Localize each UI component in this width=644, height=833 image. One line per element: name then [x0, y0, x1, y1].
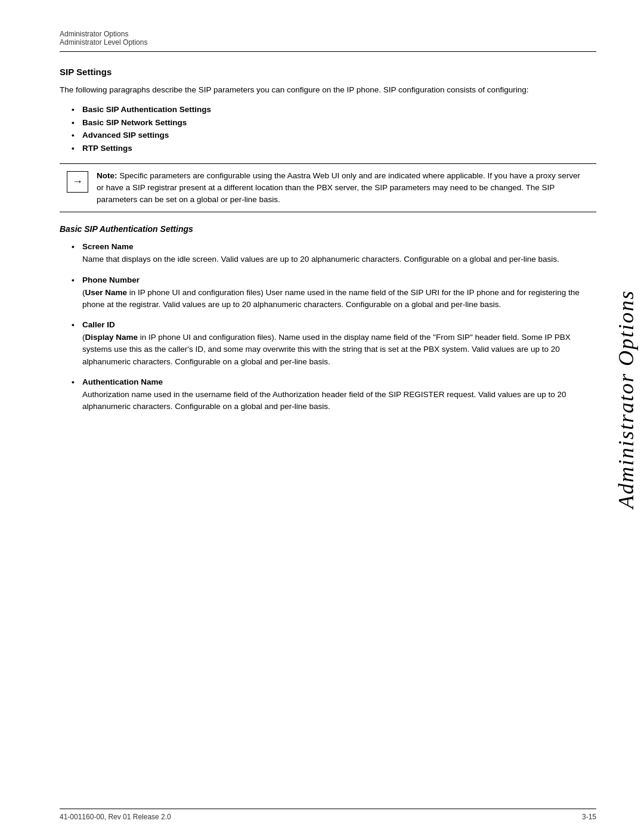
- page-footer: 41-001160-00, Rev 01 Release 2.0 3-15: [60, 809, 596, 821]
- arrow-symbol: →: [72, 175, 83, 188]
- bullet-item-3: RTP Settings: [72, 142, 596, 155]
- note-arrow-icon: →: [67, 171, 88, 193]
- detail-auth-name: Authentication Name Authorization name u…: [72, 377, 596, 413]
- screen-name-header: Screen Name: [72, 242, 596, 251]
- note-body: Specific parameters are configurable usi…: [97, 171, 580, 205]
- sidebar-label: Administrator Options: [614, 290, 639, 509]
- auth-name-body: Authorization name used in the username …: [82, 389, 596, 413]
- caller-id-header: Caller ID: [72, 320, 596, 329]
- note-label: Note:: [97, 171, 117, 180]
- page-container: Administrator Options Administrator Opti…: [0, 0, 644, 833]
- bullet-item-2: Advanced SIP settings: [72, 129, 596, 142]
- footer-right-text: 3-15: [582, 813, 596, 821]
- sip-bullet-list: Basic SIP Authentication Settings Basic …: [72, 103, 596, 154]
- sidebar-rotated-text: Administrator Options: [608, 0, 644, 799]
- basic-sip-auth-heading: Basic SIP Authentication Settings: [60, 224, 596, 234]
- breadcrumb-line1: Administrator Options: [60, 30, 596, 38]
- note-text-content: Note: Specific parameters are configurab…: [97, 170, 589, 206]
- sip-settings-heading: SIP Settings: [60, 67, 596, 77]
- footer-left-text: 41-001160-00, Rev 01 Release 2.0: [60, 813, 171, 821]
- sip-settings-intro: The following paragraphs describe the SI…: [60, 84, 596, 96]
- phone-number-body: (User Name in IP phone UI and configurat…: [82, 287, 596, 311]
- screen-name-body: Name that displays on the idle screen. V…: [82, 253, 596, 265]
- breadcrumb-line2: Administrator Level Options: [60, 38, 596, 47]
- caller-id-bold: Display Name: [85, 333, 138, 342]
- auth-name-header: Authentication Name: [72, 377, 596, 386]
- bullet-item-1: Basic SIP Network Settings: [72, 116, 596, 129]
- phone-number-header: Phone Number: [72, 275, 596, 284]
- phone-number-bold: User Name: [85, 288, 128, 297]
- detail-caller-id: Caller ID (Display Name in IP phone UI a…: [72, 320, 596, 368]
- breadcrumb-area: Administrator Options Administrator Leve…: [60, 12, 596, 52]
- bullet-item-0: Basic SIP Authentication Settings: [72, 103, 596, 116]
- main-content: Administrator Options Administrator Leve…: [60, 0, 596, 413]
- detail-screen-name: Screen Name Name that displays on the id…: [72, 242, 596, 265]
- note-box: → Note: Specific parameters are configur…: [60, 163, 596, 213]
- caller-id-body: (Display Name in IP phone UI and configu…: [82, 332, 596, 368]
- detail-phone-number: Phone Number (User Name in IP phone UI a…: [72, 275, 596, 311]
